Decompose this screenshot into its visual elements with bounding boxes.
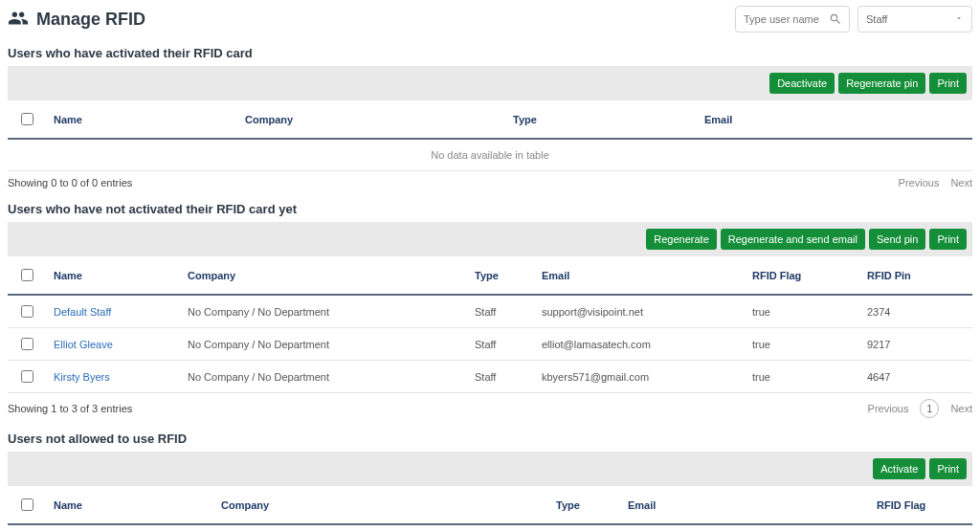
col-company-s3[interactable]: Company xyxy=(213,486,548,524)
cell-company: No Company / No Department xyxy=(213,524,548,531)
deactivate-button[interactable]: Deactivate xyxy=(769,73,835,94)
prev-s1[interactable]: Previous xyxy=(899,177,940,188)
table-row: Brian McGeeNo Company / No DepartmentSta… xyxy=(8,524,972,531)
cell-flag: true xyxy=(745,328,859,361)
section1-toolbar: Deactivate Regenerate pin Print xyxy=(8,66,972,100)
print-button-s1[interactable]: Print xyxy=(929,73,967,94)
col-flag-s2[interactable]: RFID Flag xyxy=(745,256,859,295)
cell-type: Staff xyxy=(467,328,534,361)
search-wrap xyxy=(735,6,850,33)
col-type-s2[interactable]: Type xyxy=(467,256,534,295)
cell-flag: false xyxy=(869,524,972,531)
not-activated-table: Name Company Type Email RFID Flag RFID P… xyxy=(8,256,972,393)
entries-info-s1: Showing 0 to 0 of 0 entries xyxy=(8,177,132,188)
cell-pin: 2374 xyxy=(859,295,972,328)
col-email-s2[interactable]: Email xyxy=(534,256,745,295)
row-checkbox[interactable] xyxy=(21,338,33,350)
print-button-s2[interactable]: Print xyxy=(929,229,967,250)
next-s2[interactable]: Next xyxy=(950,403,972,414)
col-type-s3[interactable]: Type xyxy=(548,486,620,524)
users-icon xyxy=(8,8,29,32)
section3-title: Users not allowed to use RFID xyxy=(8,431,972,446)
cell-company: No Company / No Department xyxy=(180,328,467,361)
cell-pin: 4647 xyxy=(859,361,972,393)
cell-type: Staff xyxy=(467,361,534,393)
cell-email: brian@lamasatech.com xyxy=(620,524,869,531)
col-name-s3[interactable]: Name xyxy=(46,486,213,524)
prev-s2[interactable]: Previous xyxy=(868,403,909,414)
empty-message: No data available in table xyxy=(8,139,972,171)
cell-company: No Company / No Department xyxy=(180,295,467,328)
print-button-s3[interactable]: Print xyxy=(929,458,967,479)
col-type[interactable]: Type xyxy=(505,100,697,139)
role-filter-value: Staff xyxy=(866,13,887,25)
table-row: Default StaffNo Company / No DepartmentS… xyxy=(8,295,972,328)
entries-info-s2: Showing 1 to 3 of 3 entries xyxy=(8,403,132,414)
col-name-s2[interactable]: Name xyxy=(46,256,180,295)
select-all-s2[interactable] xyxy=(21,269,33,281)
next-s1[interactable]: Next xyxy=(950,177,972,188)
cell-type: Staff xyxy=(548,524,620,531)
cell-pin: 9217 xyxy=(859,328,972,361)
section3-toolbar: Activate Print xyxy=(8,452,972,486)
page-title-block: Manage RFID xyxy=(8,8,145,32)
cell-email: elliot@lamasatech.com xyxy=(534,328,745,361)
user-name-link[interactable]: Kirsty Byers xyxy=(54,371,110,383)
role-filter-dropdown[interactable]: Staff xyxy=(858,6,972,33)
col-email[interactable]: Email xyxy=(697,100,972,139)
regenerate-send-button[interactable]: Regenerate and send email xyxy=(721,229,865,250)
user-name-link[interactable]: Elliot Gleave xyxy=(54,339,113,350)
select-all-s1[interactable] xyxy=(21,113,33,125)
page-number[interactable]: 1 xyxy=(920,399,939,418)
col-pin-s2[interactable]: RFID Pin xyxy=(859,256,972,295)
activated-table: Name Company Type Email No data availabl… xyxy=(8,100,972,171)
chevron-down-icon xyxy=(954,13,964,25)
user-name-link[interactable]: Default Staff xyxy=(54,306,111,318)
section1-title: Users who have activated their RFID card xyxy=(8,46,972,60)
col-name[interactable]: Name xyxy=(46,100,237,139)
section2-title: Users who have not activated their RFID … xyxy=(8,202,972,216)
table-row: Elliot GleaveNo Company / No DepartmentS… xyxy=(8,328,972,361)
row-checkbox[interactable] xyxy=(21,370,33,383)
section2-toolbar: Regenerate Regenerate and send email Sen… xyxy=(8,222,972,256)
page-title: Manage RFID xyxy=(36,10,145,30)
row-checkbox[interactable] xyxy=(21,305,33,318)
cell-type: Staff xyxy=(467,295,534,328)
col-email-s3[interactable]: Email xyxy=(620,486,869,524)
cell-flag: true xyxy=(745,361,859,393)
table-row: Kirsty ByersNo Company / No DepartmentSt… xyxy=(8,361,972,393)
col-company[interactable]: Company xyxy=(237,100,505,139)
activate-button[interactable]: Activate xyxy=(873,458,925,479)
not-allowed-table: Name Company Type Email RFID Flag Brian … xyxy=(8,486,972,531)
col-company-s2[interactable]: Company xyxy=(180,256,467,295)
cell-email: kbyers571@gmail.com xyxy=(534,361,745,393)
cell-company: No Company / No Department xyxy=(180,361,467,393)
send-pin-button[interactable]: Send pin xyxy=(869,229,925,250)
regenerate-button[interactable]: Regenerate xyxy=(646,229,717,250)
cell-email: support@visipoint.net xyxy=(534,295,745,328)
col-flag-s3[interactable]: RFID Flag xyxy=(869,486,972,524)
cell-flag: true xyxy=(745,295,859,328)
regenerate-pin-button[interactable]: Regenerate pin xyxy=(838,73,925,94)
select-all-s3[interactable] xyxy=(21,498,33,511)
